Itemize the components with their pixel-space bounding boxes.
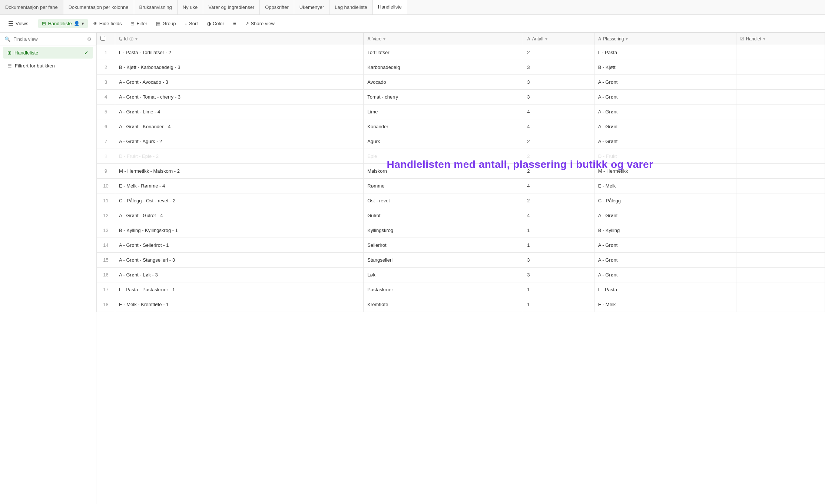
- cell-plassering[interactable]: E - Melk: [594, 179, 736, 193]
- cell-plassering[interactable]: A - Grønt: [594, 134, 736, 149]
- cell-antall[interactable]: 3: [523, 60, 594, 75]
- hide-fields-button[interactable]: 👁 Hide fields: [89, 19, 126, 28]
- cell-plassering[interactable]: A - Grønt: [594, 119, 736, 134]
- cell-vare[interactable]: Maiskorn: [364, 164, 523, 179]
- cell-id[interactable]: B - Kjøtt - Karbonadedeig - 3: [115, 60, 364, 75]
- cell-antall[interactable]: 3: [523, 253, 594, 268]
- cell-id[interactable]: L - Pasta - Tortillafser - 2: [115, 45, 364, 60]
- cell-id[interactable]: A - Grønt - Stangselleri - 3: [115, 253, 364, 268]
- tab-handleliste[interactable]: Handleliste: [373, 0, 407, 15]
- cell-id[interactable]: A - Grønt - Sellerirot - 1: [115, 238, 364, 253]
- cell-handlet[interactable]: [736, 208, 825, 223]
- cell-plassering[interactable]: A - Grønt: [594, 208, 736, 223]
- cell-antall[interactable]: 3: [523, 268, 594, 282]
- cell-plassering[interactable]: L - Pasta: [594, 45, 736, 60]
- cell-antall[interactable]: 2: [523, 164, 594, 179]
- tab-ukemenyer[interactable]: Ukemenyer: [294, 0, 329, 15]
- cell-antall[interactable]: 2: [523, 193, 594, 208]
- search-input[interactable]: [13, 36, 84, 42]
- cell-plassering[interactable]: A - Grønt: [594, 90, 736, 105]
- cell-antall[interactable]: 4: [523, 105, 594, 119]
- cell-antall[interactable]: 4: [523, 119, 594, 134]
- cell-antall[interactable]: 3: [523, 90, 594, 105]
- tab-varer[interactable]: Varer og ingredienser: [203, 0, 260, 15]
- cell-plassering[interactable]: A - Grønt: [594, 268, 736, 282]
- cell-id[interactable]: A - Grønt - Lime - 4: [115, 105, 364, 119]
- cell-plassering[interactable]: D - Frukt: [594, 149, 736, 164]
- cell-handlet[interactable]: [736, 60, 825, 75]
- cell-handlet[interactable]: [736, 149, 825, 164]
- col-header-antall[interactable]: A Antall ▾: [523, 33, 594, 45]
- cell-id[interactable]: E - Melk - Kremfløte - 1: [115, 297, 364, 312]
- cell-antall[interactable]: 1: [523, 238, 594, 253]
- view-name-btn[interactable]: ⊞ Handleliste 👤 ▾: [38, 19, 87, 28]
- cell-handlet[interactable]: [736, 45, 825, 60]
- cell-id[interactable]: A - Grønt - Avocado - 3: [115, 75, 364, 90]
- tab-dok-kolonne[interactable]: Dokumentasjon per kolonne: [63, 0, 134, 15]
- color-button[interactable]: ◑ Color: [203, 19, 228, 28]
- sidebar-item-filtrert[interactable]: ☰ Filtrert for butikken: [3, 60, 93, 72]
- cell-plassering[interactable]: E - Melk: [594, 297, 736, 312]
- cell-id[interactable]: B - Kylling - Kyllingskrog - 1: [115, 223, 364, 238]
- cell-vare[interactable]: Pastaskruer: [364, 282, 523, 297]
- views-button[interactable]: ☰ Views: [4, 18, 32, 29]
- cell-plassering[interactable]: A - Grønt: [594, 75, 736, 90]
- cell-handlet[interactable]: [736, 223, 825, 238]
- group-button[interactable]: ▤ Group: [152, 19, 179, 28]
- cell-vare[interactable]: Eple: [364, 149, 523, 164]
- cell-plassering[interactable]: A - Grønt: [594, 238, 736, 253]
- cell-id[interactable]: C - Pålegg - Ost - revet - 2: [115, 193, 364, 208]
- cell-antall[interactable]: 2: [523, 134, 594, 149]
- cell-handlet[interactable]: [736, 134, 825, 149]
- cell-handlet[interactable]: [736, 193, 825, 208]
- cell-handlet[interactable]: [736, 119, 825, 134]
- cell-handlet[interactable]: [736, 179, 825, 193]
- cell-vare[interactable]: Avocado: [364, 75, 523, 90]
- cell-handlet[interactable]: [736, 75, 825, 90]
- cell-id[interactable]: A - Grønt - Tomat - cherry - 3: [115, 90, 364, 105]
- cell-id[interactable]: D - Frukt - Eple - 2: [115, 149, 364, 164]
- tab-lag-handleliste[interactable]: Lag handleliste: [329, 0, 372, 15]
- cell-vare[interactable]: Lime: [364, 105, 523, 119]
- cell-plassering[interactable]: M - Hermetikk: [594, 164, 736, 179]
- cell-id[interactable]: A - Grønt - Gulrot - 4: [115, 208, 364, 223]
- tab-dok-fane[interactable]: Dokumentasjon per fane: [0, 0, 63, 15]
- col-plassering-sort-icon[interactable]: ▾: [626, 36, 628, 42]
- sort-button[interactable]: ↕ Sort: [181, 19, 202, 28]
- cell-id[interactable]: M - Hermetikk - Maiskorn - 2: [115, 164, 364, 179]
- cell-plassering[interactable]: B - Kjøtt: [594, 60, 736, 75]
- cell-id[interactable]: A - Grønt - Løk - 3: [115, 268, 364, 282]
- cell-id[interactable]: L - Pasta - Pastaskruer - 1: [115, 282, 364, 297]
- filter-button[interactable]: ⊟ Filter: [127, 19, 151, 28]
- cell-plassering[interactable]: A - Grønt: [594, 105, 736, 119]
- cell-vare[interactable]: Stangselleri: [364, 253, 523, 268]
- cell-handlet[interactable]: [736, 105, 825, 119]
- cell-plassering[interactable]: A - Grønt: [594, 253, 736, 268]
- row-height-button[interactable]: ≡: [229, 19, 240, 28]
- cell-vare[interactable]: Kremfløte: [364, 297, 523, 312]
- cell-vare[interactable]: Agurk: [364, 134, 523, 149]
- tab-bruksanvisning[interactable]: Bruksanvisning: [134, 0, 178, 15]
- cell-plassering[interactable]: L - Pasta: [594, 282, 736, 297]
- cell-id[interactable]: E - Melk - Rømme - 4: [115, 179, 364, 193]
- col-header-id[interactable]: fx Id ⓘ ▾: [115, 33, 364, 45]
- col-header-checkbox[interactable]: [97, 33, 115, 45]
- cell-antall[interactable]: 2: [523, 45, 594, 60]
- cell-vare[interactable]: Tomat - cherry: [364, 90, 523, 105]
- cell-id[interactable]: A - Grønt - Agurk - 2: [115, 134, 364, 149]
- cell-antall[interactable]: 1: [523, 282, 594, 297]
- cell-handlet[interactable]: [736, 238, 825, 253]
- cell-vare[interactable]: Tortillafser: [364, 45, 523, 60]
- cell-vare[interactable]: Sellerirot: [364, 238, 523, 253]
- cell-vare[interactable]: Løk: [364, 268, 523, 282]
- col-vare-sort-icon[interactable]: ▾: [383, 36, 385, 42]
- cell-antall[interactable]: 1: [523, 297, 594, 312]
- cell-plassering[interactable]: C - Pålegg: [594, 193, 736, 208]
- cell-vare[interactable]: Rømme: [364, 179, 523, 193]
- gear-icon[interactable]: ⚙: [87, 36, 92, 42]
- col-header-plassering[interactable]: A Plassering ▾: [594, 33, 736, 45]
- col-info-icon[interactable]: ⓘ: [129, 36, 133, 42]
- cell-handlet[interactable]: [736, 282, 825, 297]
- cell-antall[interactable]: 4: [523, 179, 594, 193]
- cell-vare[interactable]: Gulrot: [364, 208, 523, 223]
